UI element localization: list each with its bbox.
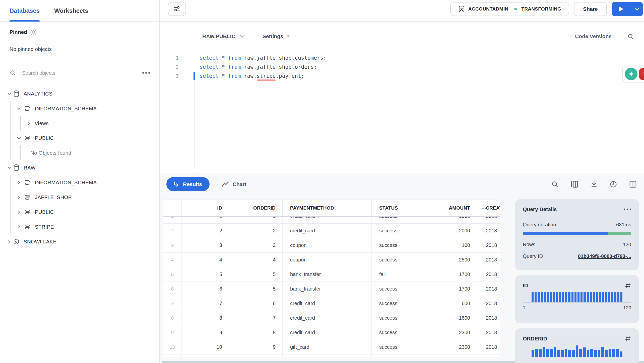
column-header-paymentmethod[interactable]: PAYMENTMETHOD	[283, 200, 372, 216]
object-search-row	[0, 61, 159, 85]
id-badge-icon	[458, 6, 465, 13]
tree-item-snowflake[interactable]: SNOWFLAKE	[0, 234, 159, 249]
table-row[interactable]: 555bank_transferfail17002018	[163, 267, 500, 282]
sql-text: raw.jaffle_shop.customers;	[241, 55, 326, 61]
filters-button[interactable]	[168, 2, 186, 16]
tab-databases[interactable]: Databases	[10, 0, 40, 22]
share-button[interactable]: Share	[574, 2, 607, 16]
schema-icon	[24, 179, 31, 186]
column-header-orderid[interactable]: ORDERID	[229, 200, 283, 216]
editor-settings-menu[interactable]: Settings	[263, 33, 290, 39]
columns-icon[interactable]	[570, 180, 578, 188]
chevron-right-icon[interactable]	[7, 239, 12, 244]
table-cell	[372, 354, 422, 357]
chevron-down-icon[interactable]	[7, 165, 12, 170]
sidebar-more-icon[interactable]	[142, 72, 150, 74]
code-line[interactable]: 2select * from raw.jaffle_shop.orders;	[160, 62, 644, 71]
run-button-group	[612, 2, 643, 16]
duration-progress-bar	[523, 232, 631, 235]
error-count-badge[interactable]: 1	[639, 68, 644, 80]
tree-item-views[interactable]: Views	[0, 116, 159, 131]
split-panel-icon[interactable]	[629, 180, 637, 188]
histogram-bar	[565, 349, 567, 357]
table-row[interactable]: 887credit_cardsuccess16002018	[163, 311, 500, 325]
table-row[interactable]: 222credit_cardsuccess20002018	[163, 224, 500, 238]
chevron-down-icon[interactable]	[16, 106, 22, 111]
code-line[interactable]: 3select * from raw.stripe.payment;	[160, 71, 644, 80]
table-row[interactable]: 333couponsuccess1002018	[163, 238, 500, 253]
tree-item-analytics[interactable]: ANALYTICS	[0, 86, 159, 101]
table-cell: credit_card	[283, 296, 372, 311]
tree-item-label: ANALYTICS	[24, 91, 52, 97]
table-row[interactable]: 998credit_cardsuccess23002018	[163, 325, 500, 340]
chevron-down-icon[interactable]	[7, 91, 12, 97]
run-options-button[interactable]	[631, 2, 643, 16]
tree-item-information-schema[interactable]: INFORMATION_SCHEMA	[0, 175, 159, 190]
chevron-right-icon[interactable]	[26, 121, 32, 126]
query-history-icon[interactable]	[610, 180, 617, 188]
line-number: 3	[160, 73, 179, 79]
table-row[interactable]: 444couponsuccess25002018	[163, 253, 500, 267]
schema-icon	[24, 105, 31, 112]
tab-worksheets[interactable]: Worksheets	[54, 0, 88, 22]
column-header-amount[interactable]: AMOUNT	[422, 200, 477, 216]
table-cell: 100	[422, 238, 477, 252]
column-menu-icon[interactable]	[482, 200, 489, 217]
editor-search-icon[interactable]	[627, 33, 634, 40]
sql-text: *	[219, 73, 228, 79]
column-header-id[interactable]: ID	[182, 200, 229, 216]
run-button[interactable]	[612, 2, 631, 16]
query-details-menu-icon[interactable]	[624, 209, 631, 210]
tab-results[interactable]: Results	[166, 177, 210, 191]
duration-value: 681ms	[616, 222, 631, 228]
table-cell	[477, 354, 500, 357]
context-selector-button[interactable]: ACCOUNTADMIN TRANSFORMING	[450, 2, 569, 16]
sql-text: *	[219, 55, 228, 61]
search-results-icon[interactable]	[551, 180, 559, 188]
query-id-link[interactable]: 01b349f6-0000-d793-...	[578, 253, 631, 259]
hist-max-label: 120	[623, 305, 631, 311]
code-versions-link[interactable]: Code Versions	[575, 33, 612, 39]
tree-item-jaffle-shop[interactable]: JAFFLE_SHOP	[0, 190, 159, 205]
table-cell: success	[372, 238, 422, 252]
histogram-bar	[544, 292, 546, 302]
column-header-rownum[interactable]	[163, 200, 182, 216]
lightbulb-icon[interactable]	[625, 68, 637, 80]
tab-chart[interactable]: Chart	[222, 181, 246, 187]
database-schema-selector[interactable]: RAW.PUBLIC	[202, 33, 245, 39]
download-icon[interactable]	[590, 180, 598, 188]
id-histogram[interactable]	[532, 292, 622, 302]
hist-min-label: 1	[523, 305, 526, 311]
histogram-bar	[598, 350, 601, 357]
table-cell: success	[372, 253, 422, 267]
table-cell: 6	[182, 282, 229, 296]
tree-item-public[interactable]: PUBLIC	[0, 205, 159, 219]
orderid-histogram[interactable]	[532, 345, 622, 357]
chevron-down-icon[interactable]	[16, 135, 22, 141]
code-lines[interactable]: 1select * from raw.jaffle_shop.customers…	[160, 53, 644, 173]
search-input[interactable]	[22, 70, 136, 76]
tree-item-stripe[interactable]: STRIPE	[0, 219, 159, 234]
tree-item-information-schema[interactable]: INFORMATION_SCHEMA	[0, 101, 159, 116]
branch-arrow-icon	[172, 181, 179, 188]
chevron-right-icon[interactable]	[16, 180, 22, 185]
schema-icon	[24, 209, 31, 215]
table-row[interactable]: 10109gift_cardsuccess23002018	[163, 340, 500, 354]
column-header-status[interactable]: STATUS	[372, 200, 422, 216]
code-line[interactable]: 1select * from raw.jaffle_shop.customers…	[160, 53, 644, 62]
sql-keyword: from	[228, 55, 241, 61]
sidebar-tabs: Databases Worksheets	[0, 0, 159, 22]
chevron-right-icon[interactable]	[16, 209, 22, 215]
results-grid: IDORDERIDPAYMENTMETHODSTATUSAMOUNTCREATE…	[163, 200, 500, 357]
table-row[interactable]: 776credit_cardsuccess6002018	[163, 296, 500, 311]
tree-item-raw[interactable]: RAW	[0, 160, 159, 175]
histogram-bar	[577, 292, 579, 302]
chevron-right-icon[interactable]	[16, 195, 22, 200]
table-row[interactable]	[163, 354, 500, 357]
row-number-cell: 3	[163, 238, 182, 252]
chevron-right-icon[interactable]	[16, 224, 22, 230]
results-toolbar: Results Chart	[160, 173, 644, 195]
object-explorer-sidebar: Databases Worksheets Pinned (0) No pinne…	[0, 0, 160, 363]
table-row[interactable]: 665bank_transfersuccess17002018	[163, 282, 500, 296]
tree-item-public[interactable]: PUBLIC	[0, 131, 159, 145]
